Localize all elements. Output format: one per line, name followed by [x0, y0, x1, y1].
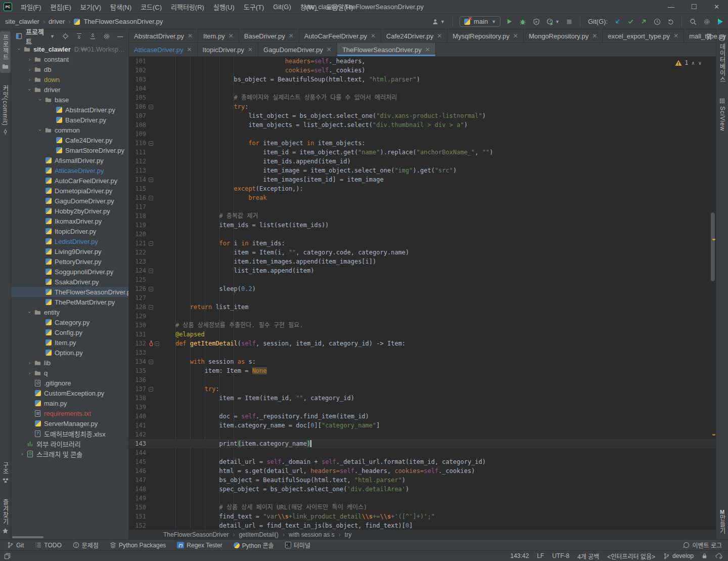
- fold-icon[interactable]: [149, 175, 153, 184]
- settings-button[interactable]: [102, 31, 112, 41]
- chevron-icon[interactable]: ›: [16, 46, 22, 53]
- tree-item-LedistDriver.py[interactable]: LedistDriver.py: [11, 236, 128, 246]
- rollback-button[interactable]: [666, 17, 675, 26]
- breadcrumb-item[interactable]: driver: [49, 18, 65, 25]
- tree-item-Cafe24Driver.py[interactable]: Cafe24Driver.py: [11, 135, 128, 145]
- tool-window-button-터미널[interactable]: ›_터미널: [285, 541, 310, 549]
- chevron-icon[interactable]: ›: [18, 451, 26, 457]
- tree-item-common[interactable]: ›common: [11, 125, 128, 135]
- tree-item-Item.py[interactable]: Item.py: [11, 337, 128, 348]
- breadcrumb-item[interactable]: site_clawler: [5, 18, 39, 25]
- git-branch-widget[interactable]: develop: [663, 552, 694, 559]
- status-item[interactable]: LF: [537, 552, 544, 559]
- tree-item-constant[interactable]: ›constant: [11, 54, 128, 64]
- tree-item-Category.py[interactable]: Category.py: [11, 317, 128, 327]
- chevron-icon[interactable]: ›: [37, 96, 43, 104]
- close-icon[interactable]: ✕: [188, 32, 193, 39]
- tree-item-AtticaseDriver.py[interactable]: AtticaseDriver.py: [11, 165, 128, 176]
- tool-stripe-button-SciView[interactable]: SciView: [718, 95, 727, 134]
- tool-stripe-button-프로젝트[interactable]: 프로젝트: [0, 31, 11, 73]
- menu-item-편집(E)[interactable]: 편집(E): [46, 0, 76, 14]
- menu-item-도구(T)[interactable]: 도구(T): [239, 0, 269, 14]
- fold-icon[interactable]: [149, 357, 153, 366]
- fold-icon[interactable]: [155, 339, 159, 348]
- run-button[interactable]: [505, 17, 514, 26]
- tree-item-외부 라이브러리[interactable]: 외부 라이브러리: [11, 439, 128, 449]
- tab-Item.py[interactable]: Item.py✕: [198, 29, 239, 42]
- tree-item-TheFlowerSeasonDriver.py[interactable]: TheFlowerSeasonDriver.py: [11, 287, 128, 297]
- debug-button[interactable]: [518, 17, 527, 26]
- close-icon[interactable]: ✕: [437, 32, 442, 39]
- tool-stripe-button-구조[interactable]: 구조: [0, 459, 11, 487]
- warning-stripe-mark2[interactable]: [712, 434, 715, 436]
- close-icon[interactable]: ✕: [248, 46, 253, 53]
- tree-item-ServerManager.py[interactable]: ServerManager.py: [11, 418, 128, 428]
- menu-item-코드(C)[interactable]: 코드(C): [136, 0, 166, 14]
- menu-item-실행(U)[interactable]: 실행(U): [209, 0, 239, 14]
- menu-item-탐색(N)[interactable]: 탐색(N): [106, 0, 136, 14]
- tab-MysqlRepository.py[interactable]: MysqlRepository.py✕: [447, 29, 524, 42]
- tree-item-lib[interactable]: ›lib: [11, 358, 128, 368]
- tool-stripe-button-커밋(commit)[interactable]: 커밋(commit): [0, 82, 11, 138]
- locate-button[interactable]: [61, 31, 70, 41]
- menu-item-보기(V)[interactable]: 보기(V): [76, 0, 106, 14]
- fold-icon[interactable]: [149, 102, 153, 111]
- minimize-button[interactable]: —: [660, 0, 682, 14]
- editor-breadcrumb-item[interactable]: with session as s: [289, 531, 335, 538]
- tool-stripe-button-만들기[interactable]: M만들기: [717, 509, 727, 537]
- fold-icon[interactable]: [149, 384, 153, 394]
- push-button[interactable]: [640, 17, 648, 26]
- user-button[interactable]: ▼: [431, 17, 446, 26]
- tree-item-ThePetMartDriver.py[interactable]: ThePetMartDriver.py: [11, 297, 128, 307]
- git-menu-label[interactable]: Git(G):: [588, 18, 608, 25]
- chevron-icon[interactable]: ›: [26, 76, 33, 82]
- tab-Cafe24Driver.py[interactable]: Cafe24Driver.py✕: [381, 29, 447, 42]
- tree-item-SsakaDriver.py[interactable]: SsakaDriver.py: [11, 277, 128, 287]
- close-icon[interactable]: ✕: [673, 32, 678, 39]
- coverage-button[interactable]: [532, 17, 541, 26]
- tree-item-db[interactable]: ›db: [11, 64, 128, 74]
- layout-icon[interactable]: [4, 553, 11, 559]
- tree-item-site_clawler[interactable]: ›site_clawlerD:₩01.Workspace₩py: [11, 44, 128, 54]
- tool-window-button-Python Packages[interactable]: Python Packages: [110, 542, 166, 549]
- run-config-selector[interactable]: ✕main▼: [460, 16, 500, 27]
- tree-item-AfismallDriver.py[interactable]: AfismallDriver.py: [11, 155, 128, 165]
- tree-item-Hobby2byDriver.py[interactable]: Hobby2byDriver.py: [11, 206, 128, 216]
- hide-button[interactable]: —: [116, 35, 124, 38]
- editor-breadcrumb-item[interactable]: TheFlowerSeasonDriver: [163, 531, 229, 538]
- tab-AbstractDriver.py[interactable]: AbstractDriver.py✕: [129, 29, 198, 42]
- close-icon[interactable]: ✕: [187, 46, 192, 53]
- tree-item-entity[interactable]: ›entity: [11, 307, 128, 317]
- fold-icon[interactable]: [149, 284, 153, 293]
- menu-item-파일(F)[interactable]: 파일(F): [16, 0, 46, 14]
- chevron-down-icon[interactable]: ▼: [50, 34, 55, 39]
- fold-icon[interactable]: [149, 266, 153, 275]
- chevron-icon[interactable]: ›: [26, 56, 33, 62]
- tab-AutoCarFeelDriver.py[interactable]: AutoCarFeelDriver.py✕: [299, 29, 381, 42]
- tree-item-BaseDriver.py[interactable]: BaseDriver.py: [11, 115, 128, 125]
- tree-item-DometopiaDriver.py[interactable]: DometopiaDriver.py: [11, 186, 128, 196]
- commit-check-button[interactable]: [626, 17, 635, 26]
- close-icon[interactable]: ✕: [592, 32, 597, 39]
- tab-MongoRepository.py[interactable]: MongoRepository.py✕: [524, 29, 603, 42]
- warning-stripe-mark[interactable]: [712, 239, 715, 240]
- chevron-icon[interactable]: ›: [37, 126, 43, 134]
- chevron-icon[interactable]: ›: [26, 66, 33, 72]
- tree-item-GaguDomeDriver.py[interactable]: GaguDomeDriver.py: [11, 196, 128, 206]
- tree-item-requirements.txt[interactable]: requirements.txt: [11, 408, 128, 418]
- tree-item-PettoryDriver.py[interactable]: PettoryDriver.py: [11, 256, 128, 267]
- next-warning-button[interactable]: ∨: [698, 60, 702, 66]
- status-item[interactable]: 4개 공백: [577, 552, 599, 560]
- tab-TheFlowerSeasonDriver.py[interactable]: TheFlowerSeasonDriver.py✕: [337, 43, 436, 56]
- history-button[interactable]: [653, 17, 662, 26]
- prev-warning-button[interactable]: ∧: [691, 60, 695, 66]
- menu-item-리팩터링(R)[interactable]: 리팩터링(R): [166, 0, 209, 14]
- tool-window-button-문제점[interactable]: 문제점: [73, 541, 99, 549]
- tree-item-Option.py[interactable]: Option.py: [11, 348, 128, 358]
- tab-ItopicDriver.py[interactable]: ItopicDriver.py✕: [198, 43, 258, 56]
- chevron-icon[interactable]: ›: [26, 370, 33, 376]
- update-button[interactable]: [613, 17, 622, 26]
- close-button[interactable]: ✕: [705, 0, 728, 14]
- tree-item-SmartStoreDriver.py[interactable]: SmartStoreDriver.py: [11, 145, 128, 155]
- close-icon[interactable]: ✕: [229, 32, 234, 39]
